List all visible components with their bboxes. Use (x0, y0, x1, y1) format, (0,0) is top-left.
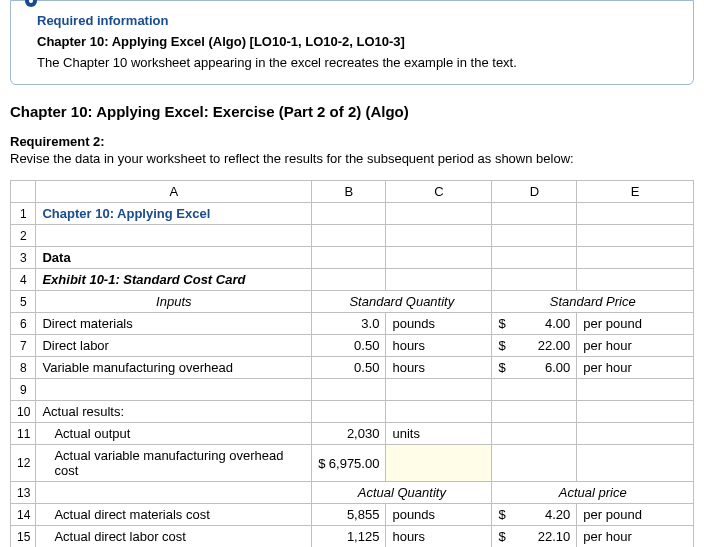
cell[interactable]: 0.50 (312, 357, 386, 379)
cell[interactable]: Actual results: (36, 401, 312, 423)
cell[interactable] (577, 423, 694, 445)
cell[interactable]: per hour (577, 357, 694, 379)
cell[interactable] (312, 269, 386, 291)
cell[interactable]: hours (386, 357, 492, 379)
info-box: Required information Chapter 10: Applyin… (10, 0, 694, 85)
cell[interactable]: Actual direct labor cost (36, 526, 312, 548)
cell[interactable] (312, 247, 386, 269)
cell[interactable]: 2,030 (312, 423, 386, 445)
table-row: 11 Actual output 2,030 units (11, 423, 694, 445)
cell[interactable] (577, 203, 694, 225)
cell[interactable]: Direct labor (36, 335, 312, 357)
chapter-description: The Chapter 10 worksheet appearing in th… (37, 55, 677, 70)
row-number: 15 (11, 526, 36, 548)
cell[interactable]: 5,855 (312, 504, 386, 526)
cell[interactable]: hours (386, 335, 492, 357)
spreadsheet: A B C D E 1 Chapter 10: Applying Excel 2… (10, 180, 694, 547)
cell[interactable]: per pound (577, 313, 694, 335)
row-number: 7 (11, 335, 36, 357)
row-number: 2 (11, 225, 36, 247)
table-row: 13 Actual Quantity Actual price (11, 482, 694, 504)
cell[interactable] (36, 225, 312, 247)
cell[interactable]: Actual direct materials cost (36, 504, 312, 526)
col-C-header: C (386, 181, 492, 203)
cell[interactable] (577, 379, 694, 401)
cell[interactable]: $4.20 (492, 504, 577, 526)
cell[interactable] (386, 269, 492, 291)
cell[interactable] (386, 401, 492, 423)
cell[interactable] (492, 269, 577, 291)
section-title: Chapter 10: Applying Excel: Exercise (Pa… (10, 103, 694, 120)
cell[interactable]: per pound (577, 504, 694, 526)
cell[interactable]: Standard Quantity (312, 291, 492, 313)
cell[interactable]: $6,975.00 (312, 445, 386, 482)
cell[interactable] (36, 379, 312, 401)
cell[interactable]: Chapter 10: Applying Excel (36, 203, 312, 225)
cell[interactable]: Direct materials (36, 313, 312, 335)
row-number: 8 (11, 357, 36, 379)
table-row: 2 (11, 225, 694, 247)
cell[interactable] (386, 379, 492, 401)
cell[interactable]: pounds (386, 504, 492, 526)
table-row: 3 Data (11, 247, 694, 269)
cell[interactable] (312, 401, 386, 423)
table-row: 10 Actual results: (11, 401, 694, 423)
row-number: 4 (11, 269, 36, 291)
cell[interactable]: $4.00 (492, 313, 577, 335)
cell[interactable]: Actual output (36, 423, 312, 445)
cell[interactable]: $22.00 (492, 335, 577, 357)
cell[interactable] (386, 203, 492, 225)
cell[interactable] (386, 445, 492, 482)
cell[interactable] (492, 401, 577, 423)
row-number: 9 (11, 379, 36, 401)
col-D-header: D (492, 181, 577, 203)
cell[interactable]: Inputs (36, 291, 312, 313)
table-row: 5 Inputs Standard Quantity Standard Pric… (11, 291, 694, 313)
cell[interactable] (36, 482, 312, 504)
row-number: 11 (11, 423, 36, 445)
cell[interactable]: 3.0 (312, 313, 386, 335)
cell[interactable]: Actual variable manufacturing overhead c… (36, 445, 312, 482)
cell[interactable]: $6.00 (492, 357, 577, 379)
table-row: 4 Exhibit 10-1: Standard Cost Card (11, 269, 694, 291)
cell[interactable] (577, 269, 694, 291)
cell[interactable] (312, 225, 386, 247)
cell[interactable]: pounds (386, 313, 492, 335)
cell[interactable] (492, 247, 577, 269)
cell[interactable] (492, 203, 577, 225)
cell[interactable]: per hour (577, 526, 694, 548)
col-B-header: B (312, 181, 386, 203)
row-number: 5 (11, 291, 36, 313)
spreadsheet-table: A B C D E 1 Chapter 10: Applying Excel 2… (10, 180, 694, 547)
table-row: 6 Direct materials 3.0 pounds $4.00 per … (11, 313, 694, 335)
cell[interactable]: Actual price (492, 482, 694, 504)
table-row: 8 Variable manufacturing overhead 0.50 h… (11, 357, 694, 379)
cell[interactable] (492, 423, 577, 445)
cell[interactable]: 0.50 (312, 335, 386, 357)
cell[interactable]: 1,125 (312, 526, 386, 548)
cell[interactable] (386, 247, 492, 269)
cell[interactable] (492, 225, 577, 247)
cell[interactable] (386, 225, 492, 247)
cell[interactable]: Exhibit 10-1: Standard Cost Card (36, 269, 312, 291)
cell[interactable] (577, 401, 694, 423)
cell[interactable] (312, 203, 386, 225)
cell[interactable]: Variable manufacturing overhead (36, 357, 312, 379)
cell[interactable]: units (386, 423, 492, 445)
cell[interactable]: Data (36, 247, 312, 269)
cell[interactable] (312, 379, 386, 401)
cell[interactable]: per hour (577, 335, 694, 357)
cell[interactable] (492, 379, 577, 401)
row-number: 1 (11, 203, 36, 225)
cell[interactable] (577, 247, 694, 269)
chapter-heading: Chapter 10: Applying Excel (Algo) [LO10-… (37, 34, 677, 49)
cell[interactable] (577, 445, 694, 482)
corner-cell (11, 181, 36, 203)
cell[interactable] (492, 445, 577, 482)
cell[interactable]: $22.10 (492, 526, 577, 548)
header-row: A B C D E (11, 181, 694, 203)
cell[interactable]: hours (386, 526, 492, 548)
cell[interactable] (577, 225, 694, 247)
cell[interactable]: Actual Quantity (312, 482, 492, 504)
cell[interactable]: Standard Price (492, 291, 694, 313)
